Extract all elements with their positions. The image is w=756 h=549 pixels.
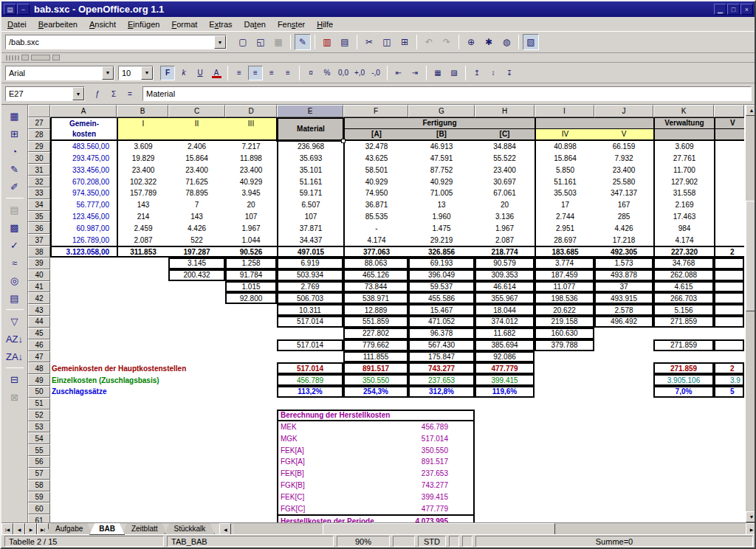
cell-I42[interactable]: 198.536 (535, 292, 594, 304)
justify-icon[interactable]: ≡ (281, 66, 295, 80)
cell-E35[interactable]: 107 (277, 211, 343, 223)
cell-F49[interactable]: 350.550 (343, 374, 408, 386)
cell-G60[interactable]: 477.779 (408, 503, 475, 514)
vertical-scrollbar[interactable]: ▲ ▼ (746, 105, 756, 522)
row-header-54[interactable]: 54 (28, 432, 50, 444)
cell-I39[interactable]: 3.774 (535, 258, 594, 269)
cell-I44[interactable]: 219.158 (535, 316, 594, 328)
pin-icon[interactable]: − (17, 4, 30, 15)
cell-A49[interactable]: Einzelkosten (Zuschlagsbasis) (50, 374, 117, 386)
draw-functions-icon[interactable]: ✎ (5, 160, 24, 178)
cell-H37[interactable]: 2.087 (475, 234, 535, 246)
cell-L46[interactable] (714, 339, 744, 351)
cell-G36[interactable]: 1.475 (408, 222, 475, 234)
add-decimal-icon[interactable]: +,0 (352, 66, 367, 80)
cell-D27[interactable]: III (225, 117, 277, 129)
cell-H33[interactable]: 67.061 (475, 187, 535, 199)
cell-G28[interactable]: [B] (408, 129, 475, 141)
delete-decimal-icon[interactable]: -,0 (368, 66, 383, 80)
cell-L30[interactable] (714, 152, 744, 164)
cell-G38[interactable]: 326.856 (408, 246, 475, 258)
sum-icon[interactable]: Σ (106, 86, 121, 101)
background-color-icon[interactable]: ▨ (447, 66, 461, 80)
open-icon[interactable]: ◱ (252, 34, 269, 50)
increase-indent-icon[interactable]: ⇥ (408, 66, 422, 80)
cell-B33[interactable]: 157.789 (117, 187, 168, 199)
sheet-tab-bab[interactable]: BAB (89, 523, 125, 535)
url-value[interactable]: /bab.sxc (6, 38, 214, 46)
cell-D35[interactable]: 107 (225, 211, 277, 223)
cell-E57[interactable]: FEK[B] (277, 468, 408, 480)
cell-J34[interactable]: 167 (594, 199, 653, 211)
export-pdf-icon[interactable]: ▥ (319, 34, 335, 50)
group-icon[interactable]: ⊟ (5, 370, 24, 388)
align-vcenter-icon[interactable]: ↕ (486, 66, 501, 80)
cell-E33[interactable]: 59.171 (277, 187, 343, 199)
cell-K38[interactable]: 227.320 (653, 246, 714, 258)
row-header-44[interactable]: 44 (28, 316, 50, 328)
cell-I28[interactable]: IV (535, 129, 594, 141)
cell-I40[interactable]: 187.459 (535, 269, 594, 281)
cell-L36[interactable] (714, 222, 744, 234)
insert-icon[interactable]: ▦ (5, 107, 24, 125)
column-header-G[interactable]: G (408, 105, 475, 117)
cell-L38[interactable]: 2 (714, 246, 744, 258)
print-icon[interactable]: ▤ (337, 34, 353, 50)
cell-D38[interactable]: 90.526 (225, 246, 277, 258)
cell-I30[interactable]: 15.864 (535, 152, 594, 164)
cell-A29[interactable]: 483.560,00 (50, 141, 117, 153)
cell-B36[interactable]: 2.459 (117, 222, 168, 234)
decrease-indent-icon[interactable]: ⇤ (391, 66, 406, 80)
cell-D39[interactable]: 1.258 (225, 258, 277, 269)
cell-A48[interactable]: Gemeinkosten der Hauptkostenstellen (50, 362, 117, 374)
align-left-icon[interactable]: ≡ (232, 66, 247, 80)
cell-I29[interactable]: 40.898 (535, 141, 594, 153)
cell-A32[interactable]: 670.208,00 (50, 176, 117, 187)
menu-extras[interactable]: Extras (203, 18, 238, 30)
window-menu-icon[interactable]: ▤ (4, 4, 16, 15)
cell-H31[interactable]: 23.400 (475, 164, 535, 176)
autospellcheck-icon[interactable]: ≈ (5, 254, 24, 272)
cell-K32[interactable]: 127.902 (653, 176, 714, 187)
cell-F47[interactable]: 111.855 (343, 351, 408, 363)
row-header-45[interactable]: 45 (28, 328, 50, 339)
tab-first-icon[interactable]: |◀ (1, 523, 13, 535)
cell-F31[interactable]: 58.501 (343, 164, 408, 176)
cell-K34[interactable]: 2.169 (653, 199, 714, 211)
cell-H38[interactable]: 218.774 (475, 246, 535, 258)
cell-E56[interactable]: FGK[A] (277, 456, 408, 468)
cell-L43[interactable] (714, 304, 744, 316)
maximize-button[interactable]: □ (727, 4, 740, 15)
cell-G40[interactable]: 396.049 (408, 269, 475, 281)
cell-F32[interactable]: 40.929 (343, 176, 408, 187)
cell-G58[interactable]: 743.277 (408, 480, 475, 491)
cell-H34[interactable]: 20 (475, 199, 535, 211)
cell-F35[interactable]: 85.535 (343, 211, 408, 223)
cell-J43[interactable]: 2.578 (594, 304, 653, 316)
cell-A35[interactable]: 123.456,00 (50, 211, 117, 223)
row-header-33[interactable]: 33 (28, 187, 50, 199)
menu-fenster[interactable]: Fenster (272, 18, 311, 30)
row-header-49[interactable]: 49 (28, 374, 50, 386)
cell-C35[interactable]: 143 (168, 211, 225, 223)
row-header-41[interactable]: 41 (28, 281, 50, 293)
cell-K40[interactable]: 262.088 (653, 269, 714, 281)
cell-H49[interactable]: 399.415 (475, 374, 535, 386)
italic-icon[interactable]: k (176, 66, 191, 80)
cell-D41[interactable]: 1.015 (225, 281, 277, 293)
cell-E40[interactable]: 503.934 (277, 269, 343, 281)
sheet-tab-stückkalk[interactable]: Stückkalk (165, 523, 216, 535)
cell-E54[interactable]: MGK (277, 432, 408, 444)
underline-icon[interactable]: U (193, 66, 207, 80)
cell-G47[interactable]: 175.847 (408, 351, 475, 363)
cell-G32[interactable]: 40.929 (408, 176, 475, 187)
cell-H40[interactable]: 309.353 (475, 269, 535, 281)
row-header-47[interactable]: 47 (28, 351, 50, 363)
cell-D33[interactable]: 3.945 (225, 187, 277, 199)
cell-E30[interactable]: 35.693 (277, 152, 343, 164)
cell-L41[interactable] (714, 281, 744, 293)
cell-J41[interactable]: 37 (594, 281, 653, 293)
row-header-36[interactable]: 36 (28, 222, 50, 234)
cell-G50[interactable]: 312,8% (408, 386, 475, 398)
align-bottom-icon[interactable]: ↧ (502, 66, 517, 80)
